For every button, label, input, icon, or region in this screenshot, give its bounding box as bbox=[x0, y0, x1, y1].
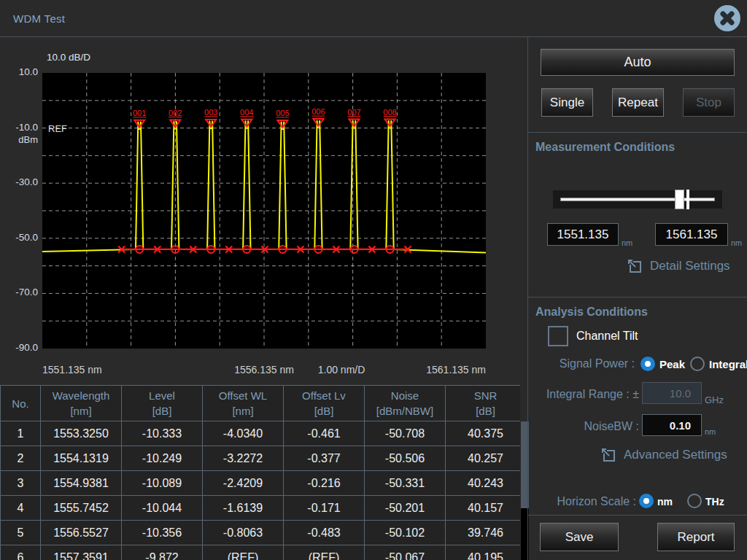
table-cell: 40.195 bbox=[446, 545, 521, 560]
peak-label: 003 bbox=[204, 108, 217, 117]
noise-bw-label: NoiseBW : bbox=[528, 420, 639, 433]
table-row[interactable]: 21554.1319-10.249-3.2272-0.377-50.50640.… bbox=[1, 446, 521, 471]
table-cell: 40.157 bbox=[446, 496, 521, 521]
table-cell: 1554.1319 bbox=[41, 446, 122, 471]
table-header-cell: Offset WL[nm] bbox=[203, 386, 284, 421]
start-wavelength-unit: nm bbox=[622, 238, 632, 247]
report-button[interactable]: Report bbox=[657, 523, 735, 551]
signal-power-peak-label: Peak bbox=[659, 358, 685, 370]
db-per-div-label: 10.0 dB/D bbox=[47, 52, 90, 63]
slider-track[interactable] bbox=[560, 198, 715, 201]
y-axis-tick: -30.0 bbox=[0, 176, 38, 187]
detail-settings-label: Detail Settings bbox=[650, 259, 730, 273]
table-row[interactable]: 51556.5527-10.356-0.8063-0.483-50.10239.… bbox=[1, 521, 521, 545]
table-cell: -50.201 bbox=[365, 496, 446, 521]
start-wavelength-input[interactable] bbox=[547, 223, 619, 246]
table-row[interactable]: 61557.3591-9.872(REF)(REF)-50.06740.195 bbox=[1, 545, 521, 560]
advanced-settings-link[interactable]: Advanced Settings bbox=[600, 446, 727, 464]
slider-handle-bar[interactable] bbox=[686, 190, 689, 209]
advanced-settings-icon bbox=[600, 446, 617, 464]
table-cell: -0.216 bbox=[284, 471, 365, 496]
x-axis-label-start: 1551.135 nm bbox=[42, 364, 102, 376]
table-cell: -10.044 bbox=[122, 496, 203, 521]
table-cell: 1554.9381 bbox=[41, 471, 122, 496]
peak-label: 004 bbox=[240, 108, 253, 117]
channel-tilt-label: Channel Tilt bbox=[576, 330, 638, 343]
table-cell: 3 bbox=[1, 471, 41, 496]
peak-triangle-marker bbox=[134, 120, 144, 128]
y-axis-tick: -50.0 bbox=[0, 232, 38, 243]
detail-settings-icon bbox=[626, 257, 643, 275]
section-divider bbox=[528, 132, 747, 133]
detail-settings-link[interactable]: Detail Settings bbox=[626, 257, 730, 275]
horizon-scale-label: Horizon Scale : bbox=[528, 495, 636, 508]
table-cell: -50.331 bbox=[365, 471, 446, 496]
slider-handle-grip[interactable] bbox=[675, 190, 684, 209]
table-cell: 6 bbox=[1, 545, 41, 560]
x-axis-label-stop: 1561.135 nm bbox=[398, 364, 486, 376]
control-panel: Auto Single Repeat Stop Measurement Cond… bbox=[528, 0, 747, 560]
integral-range-label: Integral Range : ± bbox=[528, 388, 639, 401]
spectrum-svg: REF001002003004005006007008 bbox=[42, 73, 486, 349]
signal-power-integral-radio[interactable] bbox=[690, 357, 705, 371]
peak-triangle-marker bbox=[277, 120, 287, 128]
section-divider bbox=[528, 515, 747, 516]
table-cell: (REF) bbox=[284, 545, 365, 560]
table-cell: -0.171 bbox=[284, 496, 365, 521]
table-row[interactable]: 41555.7452-10.044-1.6139-0.171-50.20140.… bbox=[1, 496, 521, 521]
table-row[interactable]: 11553.3250-10.333-4.0340-0.461-50.70840.… bbox=[1, 421, 521, 446]
noise-bw-input[interactable] bbox=[642, 414, 702, 436]
table-cell: -50.506 bbox=[365, 446, 446, 471]
horizon-scale-thz-radio[interactable] bbox=[687, 494, 702, 508]
x-axis-scale-label: 1.00 nm/D bbox=[290, 364, 392, 376]
signal-power-integral-label: Integral bbox=[709, 358, 747, 370]
stop-wavelength-input[interactable] bbox=[655, 223, 728, 246]
table-cell: -50.102 bbox=[365, 521, 446, 545]
peak-triangle-marker bbox=[385, 120, 395, 127]
analysis-conditions-heading: Analysis Conditions bbox=[535, 306, 648, 319]
table-cell: 1555.7452 bbox=[41, 496, 122, 521]
signal-power-peak-radio[interactable] bbox=[640, 357, 655, 371]
measurement-conditions-heading: Measurement Conditions bbox=[535, 141, 675, 154]
peak-label: 001 bbox=[133, 109, 146, 117]
table-header-cell: Noise[dBm/NBW] bbox=[365, 386, 446, 421]
peak-triangle-marker bbox=[349, 120, 359, 127]
save-button[interactable]: Save bbox=[540, 523, 619, 551]
table-cell: -9.872 bbox=[122, 545, 203, 560]
peak-label: 005 bbox=[276, 109, 289, 117]
repeat-button[interactable]: Repeat bbox=[612, 88, 664, 117]
slider-handle[interactable] bbox=[675, 190, 689, 209]
auto-button[interactable]: Auto bbox=[541, 49, 735, 76]
table-header-cell: Wavelength[nm] bbox=[41, 386, 122, 421]
table-cell: 39.746 bbox=[446, 521, 521, 545]
integral-range-unit: GHz bbox=[705, 394, 724, 405]
table-cell: -0.377 bbox=[284, 446, 365, 471]
stop-button[interactable]: Stop bbox=[683, 88, 735, 117]
table-cell: 40.243 bbox=[446, 471, 521, 496]
table-cell: 2 bbox=[1, 446, 41, 471]
peak-triangle-marker bbox=[206, 120, 216, 127]
wavelength-range-slider[interactable] bbox=[553, 190, 722, 209]
ref-label: REF bbox=[48, 123, 67, 134]
table-header-cell: Level[dB] bbox=[122, 386, 203, 421]
table-cell: -50.708 bbox=[365, 421, 446, 446]
section-divider bbox=[528, 297, 747, 298]
horizon-scale-nm-radio[interactable] bbox=[639, 494, 654, 508]
spectrum-plot[interactable]: REF001002003004005006007008 bbox=[42, 73, 486, 349]
table-cell: 40.375 bbox=[446, 421, 521, 446]
y-axis-tick: -90.0 bbox=[0, 342, 38, 353]
table-cell: 1553.3250 bbox=[41, 421, 122, 446]
table-cell: 40.257 bbox=[446, 446, 521, 471]
integral-range-input bbox=[642, 382, 702, 404]
single-button[interactable]: Single bbox=[541, 88, 593, 117]
signal-power-label: Signal Power : bbox=[528, 357, 635, 370]
wdm-test-window: WDM Test 10.0 dB/D 10.0-10.0-30.0-50.0-7… bbox=[0, 0, 747, 560]
noise-bw-unit: nm bbox=[705, 427, 716, 436]
table-cell: 1 bbox=[1, 421, 41, 446]
channel-tilt-checkbox[interactable] bbox=[548, 326, 568, 346]
table-cell: -4.0340 bbox=[203, 421, 284, 446]
table-row[interactable]: 31554.9381-10.089-2.4209-0.216-50.33140.… bbox=[1, 471, 521, 496]
table-header-cell: SNR[dB] bbox=[446, 386, 521, 421]
peak-label: 008 bbox=[383, 108, 396, 117]
peak-triangle-marker bbox=[313, 119, 323, 126]
